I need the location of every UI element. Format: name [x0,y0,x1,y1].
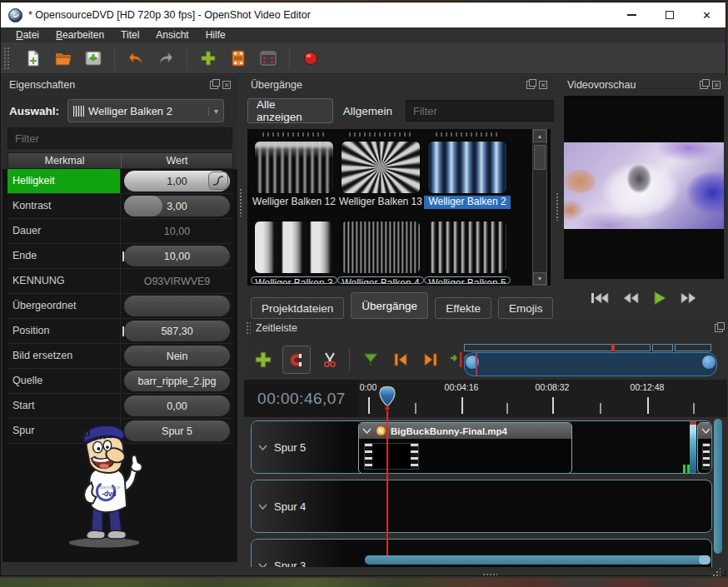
minimize-button[interactable] [613,2,651,27]
menu-datei[interactable]: Datei [7,27,47,42]
tab-uebergaenge[interactable]: Übergänge [351,292,428,319]
selection-dropdown[interactable]: Welliger Balken 2 ▾ [67,99,224,122]
record-icon[interactable] [302,49,320,67]
float-panel-icon[interactable] [526,81,535,89]
track-label[interactable]: Spur 5 [252,421,362,473]
track-spur4[interactable]: Spur 4 [251,480,712,533]
scrollbar-thumb[interactable] [534,145,546,170]
menu-hilfe[interactable]: Hilfe [197,27,234,42]
redo-icon[interactable] [157,49,175,67]
table-row[interactable]: Ende 10,00 [7,244,233,269]
tab-projektdateien[interactable]: Projektdateien [251,297,344,319]
scroll-down-icon[interactable]: ▼ [533,272,546,285]
show-all-button[interactable]: Alle anzeigen [247,98,333,123]
value-field[interactable]: 0,00 [124,395,230,416]
zoom-handle-right[interactable] [702,356,716,369]
tab-effekte[interactable]: Effekte [435,297,491,319]
rewind-icon[interactable] [622,291,639,305]
tab-emojis[interactable]: Emojis [498,297,554,319]
panel-splitter[interactable] [554,76,561,319]
track-label[interactable]: Spur 4 [252,480,362,532]
column-header-merkmal[interactable]: Merkmal [8,153,122,168]
properties-filter-input[interactable] [7,127,232,149]
track-label[interactable]: Spur 3 [252,540,362,567]
timeline-ruler[interactable]: 00:00:46,07 0:00 00:04:16 00:08:32 00:12… [244,380,727,417]
transition-on-timeline[interactable] [690,421,696,474]
transition-thumbnail[interactable] [341,221,421,274]
import-files-icon[interactable] [199,49,217,67]
previous-marker-icon[interactable] [390,349,411,371]
title-bar[interactable]: * OpensourceDVD [HD 720p 30 fps] - OpenS… [1,2,726,27]
snap-toggle-icon[interactable] [282,346,311,374]
panel-splitter[interactable] [237,76,244,562]
value-field[interactable] [124,296,230,316]
transitions-filter-input[interactable] [406,100,554,122]
keyframe-curve-icon[interactable] [208,172,228,190]
value-slider[interactable]: 1,00 [124,171,230,192]
float-panel-icon[interactable] [210,81,218,89]
maximize-button[interactable] [651,2,688,27]
close-panel-icon[interactable]: ✕ [222,81,231,89]
next-marker-icon[interactable] [420,349,441,371]
value-field[interactable]: Nein [124,346,230,366]
table-row[interactable]: Dauer 10,00 [7,219,233,244]
column-header-wert[interactable]: Wert [122,153,232,168]
razor-icon[interactable] [319,349,341,371]
track-spur5[interactable]: Spur 5 N BigBuckBunny-Final.mp4 [251,420,712,474]
fast-forward-icon[interactable] [681,291,697,305]
add-track-icon[interactable] [252,349,274,371]
scrollbar-end-cap[interactable] [699,555,711,565]
table-row[interactable]: Quelle barr_ripple_2.jpg [7,369,233,394]
value-field[interactable]: 587,30 [124,321,230,341]
value-field[interactable]: barr_ripple_2.jpg [124,371,230,391]
chevron-down-icon[interactable] [701,428,711,434]
jump-to-start-icon[interactable] [591,291,609,305]
table-row[interactable]: KENNUNG O93VIRWVE9 [7,269,233,294]
choose-profile-icon[interactable] [229,49,247,67]
close-panel-icon[interactable]: ✕ [712,81,721,89]
timeline-drag-handle[interactable] [246,321,251,335]
transition-thumbnail-selected[interactable] [427,141,507,194]
chevron-down-icon[interactable] [258,445,267,450]
menu-titel[interactable]: Titel [112,27,147,42]
menu-bearbeiten[interactable]: Bearbeiten [47,27,112,42]
transition-thumbnail[interactable] [427,221,507,274]
open-project-icon[interactable] [54,49,72,67]
transition-thumbnail[interactable] [341,141,421,194]
table-row[interactable]: Kontrast 3,00 [7,194,233,219]
transition-thumbnail[interactable] [254,141,334,194]
add-marker-icon[interactable] [360,349,381,371]
undo-icon[interactable] [127,49,145,67]
transitions-scrollbar[interactable]: ▲ ▼ [532,129,547,286]
value-field[interactable]: 10,00 [124,246,230,266]
zoom-slider-body[interactable] [464,352,717,376]
save-project-icon[interactable] [84,49,102,67]
toolbar-drag-handle[interactable] [3,47,9,70]
export-video-icon[interactable] [259,49,277,67]
chevron-down-icon[interactable] [258,504,267,510]
playhead-marker[interactable] [378,386,396,412]
close-button[interactable]: ✕ [688,2,726,27]
table-row[interactable]: Helligkeit 1,00 [7,169,233,194]
scroll-up-icon[interactable]: ▲ [533,130,546,142]
horizontal-scrollbar[interactable] [365,555,711,565]
value-slider[interactable]: 3,00 [124,196,230,216]
chevron-down-icon[interactable] [258,563,267,568]
table-row[interactable]: Position 587,30 [7,319,233,344]
common-button[interactable]: Allgemein [333,98,402,123]
new-project-icon[interactable] [24,49,42,67]
transition-thumbnail[interactable] [254,221,334,274]
vertical-scrollbar[interactable] [714,419,722,554]
close-panel-icon[interactable]: ✕ [539,81,547,89]
table-row[interactable]: Übergeordnet [7,294,233,319]
clip-gra[interactable]: Gra... [697,422,712,474]
chevron-down-icon[interactable] [362,428,371,434]
track-body[interactable] [362,480,711,532]
timeline-zoom-widget[interactable] [462,344,719,377]
float-panel-icon[interactable] [715,324,723,332]
clip-bigbuckbunny[interactable]: N BigBuckBunny-Final.mp4 [358,422,572,474]
bottom-splitter-bar[interactable] [244,570,727,578]
track-body[interactable]: N BigBuckBunny-Final.mp4 [362,421,711,473]
float-panel-icon[interactable] [700,81,708,89]
table-row[interactable]: Bild ersetzen Nein [7,344,233,369]
